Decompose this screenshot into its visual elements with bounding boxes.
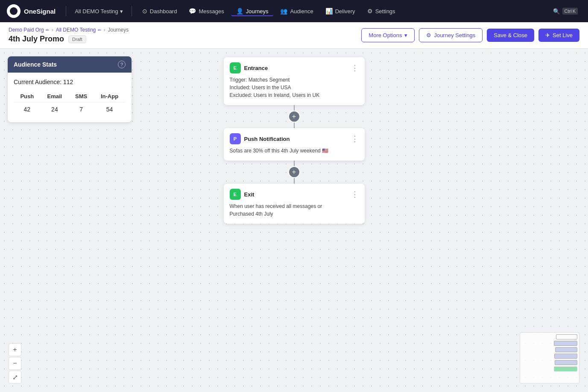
nav-item-audience-label: Audience xyxy=(290,8,313,15)
nav-item-audience[interactable]: 👥 Audience xyxy=(275,6,318,16)
add-step-button-2[interactable]: + xyxy=(288,166,300,178)
nav-item-messages-label: Messages xyxy=(199,8,224,15)
push-notification-node-title: Push Notification xyxy=(244,136,290,142)
save-close-button[interactable]: Save & Close xyxy=(487,29,534,42)
send-icon: ✈ xyxy=(545,32,550,38)
settings-icon: ⚙ xyxy=(367,8,373,15)
minimap-block-3 xyxy=(555,347,577,352)
journeys-icon: 👤 xyxy=(236,8,243,15)
nav-item-delivery-label: Delivery xyxy=(335,8,355,15)
exit-node-header: E Exit ⋮ xyxy=(224,184,365,203)
zoom-controls: + − ⤢ xyxy=(9,343,21,383)
search-button[interactable]: 🔍 Ctrl K xyxy=(550,6,581,16)
logo-icon xyxy=(7,4,20,18)
save-close-label: Save & Close xyxy=(494,32,527,38)
nav-divider-2 xyxy=(132,6,132,16)
minimap-block-6 xyxy=(554,366,577,372)
entrance-node-menu[interactable]: ⋮ xyxy=(351,64,359,72)
entrance-node-body: Trigger: Matches Segment Included: Users… xyxy=(224,77,365,105)
nav-item-dashboard[interactable]: ⊙ Dashboard xyxy=(137,6,182,16)
entrance-line-3: Excluded: Users in Ireland, Users in UK xyxy=(230,92,359,98)
exit-icon: E xyxy=(230,189,241,200)
connector-2: + xyxy=(288,161,300,184)
search-icon: 🔍 xyxy=(553,8,560,15)
app-selector-label: All DEMO Testing xyxy=(75,8,118,15)
page-title: 4th July Promo xyxy=(9,35,64,44)
entrance-node: E Entrance ⋮ Trigger: Matches Segment In… xyxy=(224,57,365,105)
exit-node-body: When user has received all messages or P… xyxy=(224,203,365,224)
nav-item-delivery[interactable]: 📊 Delivery xyxy=(320,6,360,16)
journey-canvas: Audience Stats ? Current Audience: 112 P… xyxy=(0,49,588,392)
journey-settings-button[interactable]: ⚙ Journey Settings xyxy=(419,28,483,42)
push-notification-node: P Push Notification ⋮ Sofas are 30% off … xyxy=(224,128,365,161)
connector-line-2a xyxy=(294,161,295,166)
page-title-row: 4th July Promo Draft xyxy=(9,35,129,44)
breadcrumb-app[interactable]: All DEMO Testing ✏ xyxy=(56,27,101,33)
zoom-out-button[interactable]: − xyxy=(9,357,21,370)
breadcrumb-actions: More Options ▾ ⚙ Journey Settings Save &… xyxy=(361,28,579,42)
push-title-row: P Push Notification xyxy=(230,133,290,144)
breadcrumb: Demo Paid Org ✏ › All DEMO Testing ✏ › J… xyxy=(9,27,129,33)
logo-text: OneSignal xyxy=(24,8,56,15)
nav-item-messages[interactable]: 💬 Messages xyxy=(184,6,229,16)
search-kbd: Ctrl K xyxy=(562,8,578,15)
push-node-menu[interactable]: ⋮ xyxy=(351,135,359,143)
flow-area: E Entrance ⋮ Trigger: Matches Segment In… xyxy=(0,49,588,392)
entrance-line-2: Included: Users in the USA xyxy=(230,85,359,91)
connector-1: + xyxy=(288,105,300,128)
breadcrumb-sep-2: › xyxy=(104,27,105,33)
more-options-button[interactable]: More Options ▾ xyxy=(361,28,415,42)
journey-settings-label: Journey Settings xyxy=(434,32,475,38)
connector-line-1b xyxy=(294,123,295,128)
exit-node-menu[interactable]: ⋮ xyxy=(351,190,359,198)
exit-line-1: When user has received all messages or xyxy=(230,203,359,209)
app-selector-dropdown-icon: ▾ xyxy=(120,8,123,15)
messages-icon: 💬 xyxy=(189,8,196,15)
breadcrumb-bar: Demo Paid Org ✏ › All DEMO Testing ✏ › J… xyxy=(0,22,588,49)
status-badge: Draft xyxy=(68,35,86,43)
breadcrumb-org[interactable]: Demo Paid Org ✏ xyxy=(9,27,49,33)
nav-divider-1 xyxy=(66,6,66,16)
entrance-node-header: E Entrance ⋮ xyxy=(224,57,365,77)
entrance-node-title: Entrance xyxy=(244,65,268,71)
nav-item-journeys[interactable]: 👤 Journeys xyxy=(231,6,274,16)
push-line-1: Sofas are 30% off this 4th July weekend … xyxy=(230,148,359,154)
connector-line-1a xyxy=(294,105,295,111)
exit-title-row: E Exit xyxy=(230,189,255,200)
breadcrumb-sep-1: › xyxy=(52,27,53,33)
entrance-line-1: Trigger: Matches Segment xyxy=(230,77,359,83)
minimap-block-5 xyxy=(555,360,577,365)
logo[interactable]: OneSignal xyxy=(7,4,56,18)
dashboard-icon: ⊙ xyxy=(142,8,147,15)
gear-icon: ⚙ xyxy=(426,32,431,38)
edit-app-icon: ✏ xyxy=(98,28,101,32)
more-options-label: More Options xyxy=(369,32,402,38)
nav-item-settings[interactable]: ⚙ Settings xyxy=(362,6,401,16)
breadcrumb-section: Journeys xyxy=(108,27,129,33)
zoom-in-button[interactable]: + xyxy=(9,343,21,356)
set-live-label: Set Live xyxy=(553,32,573,38)
minimap-block-1 xyxy=(556,334,577,339)
audience-icon: 👥 xyxy=(280,8,287,15)
nav-item-settings-label: Settings xyxy=(375,8,395,15)
minimap-block-2 xyxy=(554,341,577,346)
nav-bar: OneSignal All DEMO Testing ▾ ⊙ Dashboard… xyxy=(0,0,588,22)
exit-node-title: Exit xyxy=(244,191,255,198)
push-node-body: Sofas are 30% off this 4th July weekend … xyxy=(224,148,365,161)
app-selector[interactable]: All DEMO Testing ▾ xyxy=(71,6,126,16)
push-icon: P xyxy=(230,133,241,144)
delivery-icon: 📊 xyxy=(325,8,333,15)
exit-line-2: Purchased 4th July xyxy=(230,211,359,217)
exit-node: E Exit ⋮ When user has received all mess… xyxy=(224,184,365,224)
nav-item-journeys-label: Journeys xyxy=(246,8,269,15)
nav-item-dashboard-label: Dashboard xyxy=(150,8,177,15)
edit-org-icon: ✏ xyxy=(46,28,49,32)
add-step-button-1[interactable]: + xyxy=(288,111,300,123)
set-live-button[interactable]: ✈ Set Live xyxy=(538,29,579,42)
more-options-chevron-icon: ▾ xyxy=(404,32,407,38)
connector-line-2b xyxy=(294,178,295,184)
minimap xyxy=(520,332,579,383)
entrance-title-row: E Entrance xyxy=(230,62,268,73)
entrance-icon: E xyxy=(230,62,241,73)
zoom-fit-button[interactable]: ⤢ xyxy=(9,371,21,383)
